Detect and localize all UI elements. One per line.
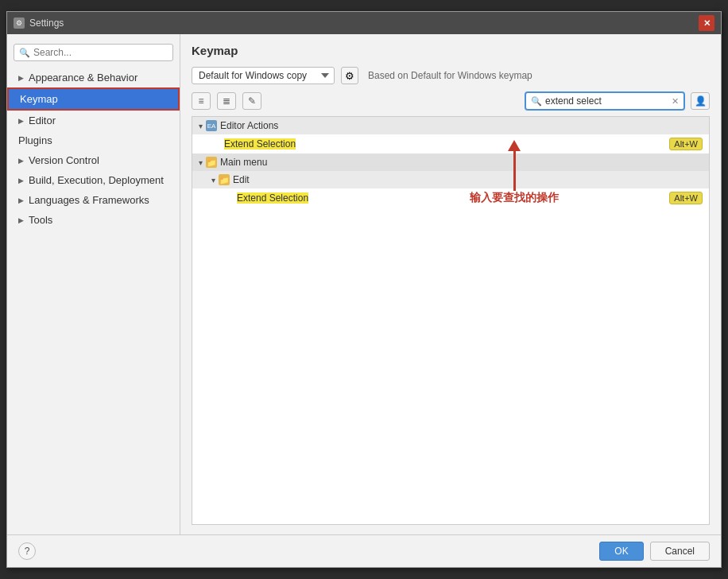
sidebar-item-version-control[interactable]: ▶ Version Control <box>7 150 180 170</box>
tree-item-extend-selection-2[interactable]: Extend Selection Alt+W <box>192 188 709 208</box>
tree-group-header-main-menu[interactable]: ▾ 📁 Main menu <box>192 153 709 171</box>
window-title: Settings <box>29 17 64 29</box>
expand-arrow-vc: ▶ <box>18 157 24 165</box>
highlight-extend-selection-2: Extend Selection <box>237 192 308 204</box>
keymap-search-icon: 🔍 <box>531 96 542 107</box>
sidebar-item-label-plugins: Plugins <box>18 134 52 146</box>
sidebar-item-editor[interactable]: ▶ Editor <box>7 111 180 130</box>
keymap-gear-button[interactable]: ⚙ <box>341 67 358 84</box>
keymap-tree[interactable]: ▾ EA Editor Actions Extend Selection Alt… <box>192 116 710 525</box>
sidebar-item-label-editor: Editor <box>29 115 56 126</box>
expand-arrow-tools: ▶ <box>18 216 24 224</box>
tree-group-editor-actions: ▾ EA Editor Actions Extend Selection Alt… <box>192 117 709 153</box>
sidebar-item-label-vc: Version Control <box>29 154 99 166</box>
group-collapse-main-menu: ▾ <box>199 158 203 167</box>
sidebar-search-box[interactable]: 🔍 <box>14 44 173 61</box>
sidebar-item-label-appearance: Appearance & Behavior <box>29 72 137 84</box>
sidebar-search-input[interactable] <box>33 47 168 58</box>
close-button[interactable]: ✕ <box>699 15 714 31</box>
cancel-button[interactable]: Cancel <box>650 542 710 561</box>
sidebar-item-plugins[interactable]: Plugins <box>7 130 180 150</box>
sidebar-item-label-build: Build, Execution, Deployment <box>29 174 164 186</box>
tree-group-main-menu: ▾ 📁 Main menu ▾ 📁 Edit <box>192 153 709 208</box>
sub-group-arrow-edit: ▾ <box>211 176 215 185</box>
editor-actions-label: Editor Actions <box>220 120 278 131</box>
keymap-toolbar: Default for Windows copy Default for Win… <box>192 67 710 84</box>
keymap-select[interactable]: Default for Windows copy Default for Win… <box>192 67 335 84</box>
tree-container: ▾ EA Editor Actions Extend Selection Alt… <box>192 116 710 525</box>
expand-arrow-editor: ▶ <box>18 117 24 125</box>
bottom-bar: ? OK Cancel <box>7 534 721 567</box>
settings-window: ⚙ Settings ✕ 🔍 ▶ Appearance & Behavior K… <box>6 11 722 568</box>
extend-selection-label-2: Extend Selection <box>237 192 308 204</box>
help-icon: ? <box>25 546 30 557</box>
keymap-search-input[interactable] <box>545 95 668 107</box>
sidebar-item-build[interactable]: ▶ Build, Execution, Deployment <box>7 170 180 190</box>
tree-group-header-editor-actions[interactable]: ▾ EA Editor Actions <box>192 117 709 134</box>
action-toolbar: ≡ ≣ ✎ 🔍 ✕ 👤 <box>192 92 710 110</box>
based-on-text: Based on Default for Windows keymap <box>368 70 532 81</box>
align-left-button[interactable]: ≡ <box>192 92 211 110</box>
sidebar-search-icon: 🔍 <box>19 48 30 58</box>
bottom-buttons: OK Cancel <box>599 542 710 561</box>
title-bar: ⚙ Settings ✕ <box>7 12 721 34</box>
edit-icon: 📁 <box>219 174 230 185</box>
main-content: Keymap Default for Windows copy Default … <box>180 34 721 534</box>
find-usages-button[interactable]: 👤 <box>691 92 710 110</box>
sidebar-item-label-tools: Tools <box>29 214 52 226</box>
keymap-select-wrapper: Default for Windows copy Default for Win… <box>192 67 335 84</box>
help-button[interactable]: ? <box>18 542 36 560</box>
sidebar-item-tools[interactable]: ▶ Tools <box>7 210 180 230</box>
tree-item-extend-selection-1[interactable]: Extend Selection Alt+W <box>192 134 709 153</box>
shortcut-badge-1: Alt+W <box>669 138 703 150</box>
keymap-search-field[interactable]: 🔍 ✕ <box>525 92 684 110</box>
sub-group-edit: ▾ 📁 Edit Extend Selection Alt+W <box>192 171 709 208</box>
edit-label: Edit <box>233 174 250 185</box>
window-icon: ⚙ <box>14 17 25 29</box>
window-body: 🔍 ▶ Appearance & Behavior Keymap ▶ Edito… <box>7 34 721 534</box>
align-center-button[interactable]: ≣ <box>217 92 236 110</box>
group-collapse-editor: ▾ <box>199 122 203 130</box>
keymap-title: Keymap <box>192 44 710 57</box>
expand-arrow-build: ▶ <box>18 177 24 185</box>
sidebar-item-label-languages: Languages & Frameworks <box>29 194 149 206</box>
sidebar-item-keymap[interactable]: Keymap <box>7 87 180 111</box>
editor-actions-icon: EA <box>206 120 217 131</box>
highlight-extend-selection-1: Extend Selection <box>224 138 296 150</box>
sidebar-item-languages[interactable]: ▶ Languages & Frameworks <box>7 190 180 210</box>
sub-group-header-edit[interactable]: ▾ 📁 Edit <box>192 171 709 188</box>
main-menu-label: Main menu <box>220 157 267 168</box>
search-clear-button[interactable]: ✕ <box>672 96 679 107</box>
extend-selection-label-1: Extend Selection <box>224 138 296 150</box>
title-bar-left: ⚙ Settings <box>14 17 64 29</box>
sidebar-item-label-keymap: Keymap <box>20 93 58 105</box>
edit-button[interactable]: ✎ <box>242 92 261 110</box>
sidebar: 🔍 ▶ Appearance & Behavior Keymap ▶ Edito… <box>7 34 180 534</box>
main-menu-icon: 📁 <box>206 157 217 168</box>
sidebar-item-appearance[interactable]: ▶ Appearance & Behavior <box>7 68 180 87</box>
ok-button[interactable]: OK <box>599 542 643 561</box>
expand-arrow-languages: ▶ <box>18 196 24 204</box>
expand-arrow-appearance: ▶ <box>18 74 24 82</box>
shortcut-badge-2: Alt+W <box>669 192 703 204</box>
